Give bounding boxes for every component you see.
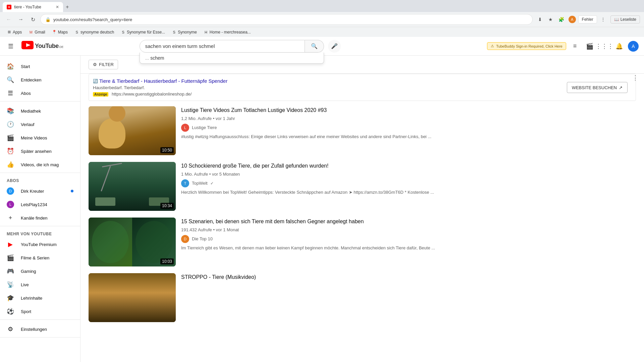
video-title-4[interactable]: STROPPO - Tiere (Musikvideo) bbox=[181, 274, 636, 281]
video-title-1[interactable]: Lustige Tiere Videos Zum Totlachen Lusti… bbox=[181, 107, 636, 114]
channel-name-3[interactable]: Die Top 10 bbox=[192, 236, 213, 241]
download-icon[interactable]: ⬇ bbox=[535, 15, 545, 24]
sidebar-item-abos[interactable]: ☰ Abos bbox=[0, 86, 80, 100]
sidebar-item-filme-serien[interactable]: 🎬 Filme & Serien bbox=[0, 251, 80, 264]
sidebar-item-kanaele-finden[interactable]: + Kanäle finden bbox=[0, 211, 80, 225]
sidebar-section-more: MEHR VON YOUTUBE ▶ YouTube Premium 🎬 Fil… bbox=[0, 228, 80, 320]
sidebar-section-library: 📚 Mediathek 🕐 Verlauf 🎬 Meine Videos ⏰ S… bbox=[0, 103, 80, 173]
tab-favicon bbox=[7, 5, 11, 9]
search-input[interactable] bbox=[145, 43, 299, 49]
back-button[interactable]: ← bbox=[4, 15, 13, 24]
tubebuddy-button[interactable]: ⚠ TubeBuddy Sign-in Required, Click Here bbox=[487, 42, 566, 50]
video-title-2[interactable]: 10 Schockierend große Tiere, die per Zuf… bbox=[181, 163, 636, 170]
sidebar-item-entdecken[interactable]: 🔍 Entdecken bbox=[0, 73, 80, 86]
autocomplete-text: schem bbox=[150, 55, 164, 61]
extensions-icon[interactable]: 🧩 bbox=[557, 15, 566, 24]
channel-row-3: D Die Top 10 bbox=[181, 235, 636, 243]
reload-button[interactable]: ↻ bbox=[28, 15, 38, 24]
video-item-4[interactable]: STROPPO - Tiere (Musikvideo) bbox=[89, 273, 636, 322]
ad-title[interactable]: Tiere & Tierbedarf - Haustierbedarf - Fu… bbox=[99, 78, 227, 84]
thumbnail-4 bbox=[89, 273, 176, 322]
bookmark-synonyme-deutsch[interactable]: S synonyme deutsch bbox=[72, 29, 117, 35]
abos-section-title: ABOS bbox=[0, 176, 80, 184]
video-item-3[interactable]: 10:03 15 Szenarien, bei denen sich Tiere… bbox=[89, 218, 636, 266]
sidebar-menu-button[interactable]: ☰ bbox=[5, 40, 16, 53]
profile-icon[interactable]: A bbox=[568, 15, 577, 24]
active-tab[interactable]: tiere - YouTube ✕ bbox=[3, 2, 63, 12]
leselist-button[interactable]: 📖 Leseliste bbox=[610, 15, 640, 23]
ad-visit-button[interactable]: WEBSITE BESUCHEN ↗ bbox=[567, 82, 628, 93]
video-title-3[interactable]: 15 Szenarien, bei denen sich Tiere mit d… bbox=[181, 218, 636, 225]
bookmark-maps[interactable]: 📍 Maps bbox=[49, 29, 70, 35]
video-item-2[interactable]: 10:34 10 Schockierend große Tiere, die p… bbox=[89, 162, 636, 211]
thumbnail-3: 10:03 bbox=[89, 218, 176, 266]
youtube-logo-icon bbox=[21, 41, 34, 51]
sidebar-item-start-label: Start bbox=[21, 64, 73, 69]
bookmark-home-merchreasea[interactable]: H Home - merchreasea... bbox=[201, 29, 254, 35]
sidebar-item-videos-ich-mag[interactable]: 👍 Videos, die ich mag bbox=[0, 158, 80, 171]
sidebar-item-meine-videos[interactable]: 🎬 Meine Videos bbox=[0, 131, 80, 144]
address-bar-row: ← → ↻ 🔒 youtube.com/results?search_query… bbox=[0, 12, 644, 27]
tab-title: tiere - YouTube bbox=[14, 5, 53, 9]
upload-video-icon[interactable]: 🎬 bbox=[584, 40, 596, 52]
sidebar-item-spaeter-ansehen[interactable]: ⏰ Später ansehen bbox=[0, 144, 80, 158]
apps-grid-icon[interactable]: ⋮⋮⋮ bbox=[598, 40, 610, 52]
sidebar-item-verlauf[interactable]: 🕐 Verlauf bbox=[0, 118, 80, 131]
youtube-logo-text: YouTube bbox=[35, 43, 59, 50]
sidebar-item-gaming[interactable]: 🎮 Gaming bbox=[0, 264, 80, 278]
sidebar-item-einstellungen-label: Einstellungen bbox=[21, 327, 73, 332]
youtube-premium-icon: ▶ bbox=[7, 241, 14, 248]
search-button[interactable]: 🔍 bbox=[305, 40, 324, 53]
microphone-button[interactable]: 🎤 bbox=[328, 40, 341, 53]
address-bar[interactable]: 🔒 youtube.com/results?search_query=tiere bbox=[40, 14, 533, 25]
home-icon: 🏠 bbox=[7, 63, 14, 70]
sidebar-item-mediathek[interactable]: 📚 Mediathek bbox=[0, 104, 80, 118]
youtube-logo[interactable]: YouTube DE bbox=[21, 41, 63, 51]
more-options-button[interactable]: ⋮ bbox=[632, 74, 638, 81]
url-text: youtube.com/results?search_query=tiere bbox=[53, 17, 528, 22]
more-options-icon[interactable]: ⋮ bbox=[598, 15, 608, 24]
notifications-icon[interactable]: 🔔 bbox=[613, 40, 625, 52]
tab-close-btn[interactable]: ✕ bbox=[56, 5, 59, 9]
filter-button[interactable]: ⚙ FILTER bbox=[89, 60, 118, 69]
sidebar-item-youtube-premium[interactable]: ▶ YouTube Premium bbox=[0, 238, 80, 251]
new-tab-button[interactable]: + bbox=[63, 3, 71, 11]
sidebar-item-entdecken-label: Entdecken bbox=[21, 77, 73, 82]
fehler-button[interactable]: Fehler bbox=[578, 15, 597, 23]
tubebuddy-list-icon[interactable]: ≡ bbox=[569, 40, 581, 52]
bookmark-synonyme[interactable]: S Synonyme bbox=[169, 29, 200, 35]
new-video-badge bbox=[71, 190, 73, 192]
filter-label: FILTER bbox=[99, 62, 114, 67]
sidebar-item-dirk-kreuter[interactable]: D Dirk Kreuter bbox=[0, 184, 80, 198]
video-item-1[interactable]: 10:50 Lustige Tiere Videos Zum Totlachen… bbox=[89, 106, 636, 155]
browser-chrome: tiere - YouTube ✕ + ← → ↻ 🔒 youtube.com/… bbox=[0, 0, 644, 37]
bookmark-gmail[interactable]: M Gmail bbox=[26, 29, 48, 35]
sidebar-item-sport[interactable]: ⚽ Sport bbox=[0, 305, 80, 318]
bookmark-star-icon[interactable]: ★ bbox=[546, 15, 555, 24]
sidebar-item-start[interactable]: 🏠 Start bbox=[0, 60, 80, 73]
channel-avatar-1: L bbox=[181, 124, 189, 132]
video-info-2: 10 Schockierend große Tiere, die per Zuf… bbox=[181, 162, 636, 211]
bookmark-apps[interactable]: ⊞ Apps bbox=[4, 29, 24, 35]
channel-name-1[interactable]: Lustige Tiere bbox=[192, 125, 217, 130]
autocomplete-item[interactable]: ... schem bbox=[140, 53, 324, 63]
channel-name-2[interactable]: TopWelt bbox=[192, 181, 208, 186]
thumbnail-2: 10:34 bbox=[89, 162, 176, 211]
external-link-icon: ↗ bbox=[619, 85, 623, 90]
gaming-icon: 🎮 bbox=[7, 267, 14, 275]
channel-avatar-3: D bbox=[181, 235, 189, 243]
results-container: 10:50 Lustige Tiere Videos Zum Totlachen… bbox=[80, 104, 644, 325]
bookmark-synonyme-esse[interactable]: S Synonyme für Esse... bbox=[118, 29, 168, 35]
synonyme-deutsch-icon: S bbox=[74, 30, 79, 35]
sidebar-item-live[interactable]: 📡 Live bbox=[0, 278, 80, 291]
sidebar-item-lehrinhalte[interactable]: 🎓 Lehrinhalte bbox=[0, 291, 80, 305]
channel-avatar-2: T bbox=[181, 179, 189, 187]
forward-button[interactable]: → bbox=[16, 15, 25, 24]
user-avatar[interactable]: A bbox=[628, 41, 639, 52]
youtube-main: 🏠 Start 🔍 Entdecken ☰ Abos 📚 Mediathek bbox=[0, 56, 644, 362]
sidebar-item-letsplay1234[interactable]: L LetsPlay1234 bbox=[0, 198, 80, 211]
channel-row-2: T TopWelt ✓ bbox=[181, 179, 636, 187]
video-meta-2: 1 Mio. Aufrufe • vor 5 Monaten bbox=[181, 172, 636, 177]
video-desc-1: #lustig #witzig Haftungsausschluss: Eini… bbox=[181, 134, 636, 140]
sidebar-item-einstellungen[interactable]: ⚙ Einstellungen bbox=[0, 322, 80, 336]
